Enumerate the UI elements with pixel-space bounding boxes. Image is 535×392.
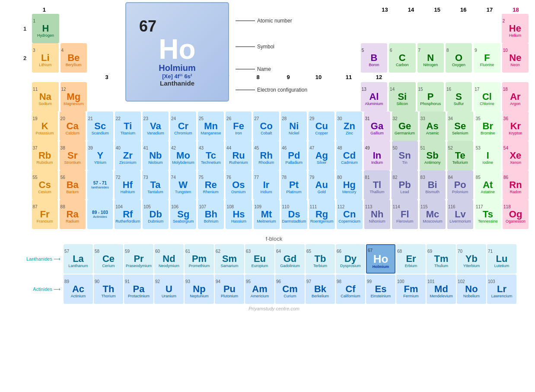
element-N[interactable]: 7 N Nitrogen (417, 43, 444, 73)
element-Cn[interactable]: 112 Cn Copernicium (337, 200, 363, 229)
element-Pu[interactable]: 94 Pu Plutonium (215, 274, 244, 304)
element-Y[interactable]: 39 Y Yttrium (87, 141, 113, 170)
element-Rb[interactable]: 37 Rb Rubidium (32, 141, 58, 170)
element-S[interactable]: 16 S Sulfur (446, 82, 472, 112)
element-Sb[interactable]: 51 Sb Antimony (420, 141, 446, 170)
element-Fl[interactable]: 114 Fl Flerovium (392, 200, 418, 229)
element-Rg[interactable]: 111 Rg Roentgenium (309, 200, 335, 229)
element-Yb[interactable]: 70 Yb Ytterbium (457, 244, 486, 274)
actinide-placeholder[interactable]: 89 - 103 Actinides (87, 200, 113, 229)
element-Pd[interactable]: 46 Pd Palladium (281, 141, 307, 170)
element-Hg[interactable]: 80 Hg Mercury (336, 170, 362, 200)
element-Pa[interactable]: 91 Pa Protactinium (124, 274, 153, 304)
element-Po[interactable]: 84 Po Polonium (447, 170, 473, 200)
element-Rf[interactable]: 104 Rf Rutherfordium (115, 200, 141, 229)
element-Na[interactable]: 11 Na Sodium (32, 82, 58, 112)
element-B[interactable]: 5 B Boron (361, 43, 387, 73)
element-Ca[interactable]: 20 Ca Calcium (60, 112, 86, 141)
element-Pb[interactable]: 82 Pb Lead (392, 170, 417, 200)
element-Ir[interactable]: 77 Ir Iridium (253, 170, 279, 200)
element-Am[interactable]: 95 Am Americium (245, 274, 274, 304)
element-Ti[interactable]: 22 Ti Titanium (115, 112, 141, 141)
element-No[interactable]: 102 No Nobelium (457, 274, 486, 304)
element-Sc[interactable]: 21 Sc Scandium (87, 112, 113, 141)
element-Tb[interactable]: 65 Tb Terbium (306, 244, 335, 274)
element-Cd[interactable]: 48 Cd Cadmium (336, 141, 362, 170)
element-Pm[interactable]: 61 Pm Promethium (185, 244, 214, 274)
element-Be[interactable]: 4 Be Beryllium (61, 43, 87, 73)
element-Ta[interactable]: 73 Ta Tantalum (142, 170, 168, 200)
element-Cs[interactable]: 55 Cs Cesium (32, 170, 58, 200)
element-Tm[interactable]: 69 Tm Thulium (427, 244, 456, 274)
element-Md[interactable]: 101 Md Mendelevium (427, 274, 456, 304)
element-Au[interactable]: 79 Au Gold (309, 170, 334, 200)
element-U[interactable]: 92 U Uranium (154, 274, 184, 304)
element-V[interactable]: 23 Va Vanadium (143, 112, 169, 141)
element-Li[interactable]: 3 Li Lithium (32, 43, 58, 73)
element-Cm[interactable]: 96 Cm Curium (275, 274, 305, 304)
element-Ds[interactable]: 110 Ds Darmstadtium (281, 200, 307, 229)
element-Xe[interactable]: 54 Xe Xenon (503, 141, 529, 170)
element-Es[interactable]: 99 Es Einsteinium (366, 274, 395, 304)
element-Sn[interactable]: 50 Sn Tin (392, 141, 418, 170)
element-Te[interactable]: 52 Te Tellurium (447, 141, 473, 170)
element-Re[interactable]: 75 Re Rhenium (198, 170, 224, 200)
element-Cf[interactable]: 98 Cf Californium (336, 274, 365, 304)
element-Mg[interactable]: 12 Mg Magnesium (61, 82, 87, 112)
element-Sr[interactable]: 38 Sr Strontium (60, 141, 86, 170)
element-Sm[interactable]: 62 Sm Samarium (215, 244, 244, 274)
element-Os[interactable]: 76 Os Osmium (226, 170, 252, 200)
element-Ac[interactable]: 89 Ac Actinium (64, 274, 93, 304)
element-Nh[interactable]: 113 Nh Nihonium (364, 200, 390, 229)
element-Fr[interactable]: 87 Fr Francium (32, 200, 58, 229)
element-Bi[interactable]: 83 Bi Bismuth (420, 170, 446, 200)
element-Al[interactable]: 13 Al Aluminium (361, 82, 387, 112)
element-I[interactable]: 53 I Iodine (475, 141, 501, 170)
element-Cr[interactable]: 24 Cr Chromium (170, 112, 196, 141)
element-Hs[interactable]: 108 Hs Hassium (226, 200, 252, 229)
element-P[interactable]: 15 P Phosphorus (417, 82, 444, 112)
element-Rh[interactable]: 45 Rh Rhodium (253, 141, 279, 170)
element-Gd[interactable]: 64 Gd Gadolinium (275, 244, 305, 274)
element-Ho-fblock[interactable]: 67 Ho Holmium (366, 244, 395, 274)
element-Fe[interactable]: 26 Fe Iron (226, 112, 252, 141)
element-As[interactable]: 33 As Arsenic (420, 112, 446, 141)
element-W[interactable]: 74 W Tungsten (170, 170, 196, 200)
element-F[interactable]: 9 F Fluorine (474, 43, 500, 73)
element-Lu[interactable]: 71 Lu Lutetium (487, 244, 516, 274)
element-Ts[interactable]: 117 Ts Tennessine (475, 200, 501, 229)
element-Tc[interactable]: 43 Tc Technetium (198, 141, 224, 170)
element-Eu[interactable]: 63 Eu Europium (245, 244, 274, 274)
element-Lv[interactable]: 116 Lv Livermorium (447, 200, 473, 229)
element-Mt[interactable]: 109 Mt Meitnerium (254, 200, 280, 229)
element-Rn[interactable]: 86 Rn Radon (503, 170, 529, 200)
element-Zn[interactable]: 30 Zn Zinc (336, 112, 362, 141)
element-Db[interactable]: 105 Db Dubnium (143, 200, 169, 229)
element-Dy[interactable]: 66 Dy Dysprosium (336, 244, 365, 274)
element-Ga[interactable]: 31 Ga Gallium (364, 112, 390, 141)
element-Se[interactable]: 34 Se Selenium (447, 112, 473, 141)
element-Ag[interactable]: 47 Ag Silver (309, 141, 334, 170)
element-Pr[interactable]: 59 Pr Praseodymium (124, 244, 153, 274)
element-Hf[interactable]: 72 Hf Hafnium (115, 170, 140, 200)
element-Ra[interactable]: 88 Ra Radium (60, 200, 86, 229)
element-Fm[interactable]: 100 Fm Fermium (396, 274, 426, 304)
element-Bh[interactable]: 107 Bh Bohrium (198, 200, 224, 229)
element-Ne[interactable]: 10 Ne Neon (502, 43, 529, 73)
element-Er[interactable]: 68 Er Erbium (396, 244, 426, 274)
element-Mc[interactable]: 115 Mc Moscovium (420, 200, 446, 229)
element-Nb[interactable]: 41 Nb Niobium (143, 141, 169, 170)
element-Tl[interactable]: 81 Tl Thallium (364, 170, 390, 200)
element-La[interactable]: 57 La Lanthanum (64, 244, 93, 274)
element-K[interactable]: 19 K Potassium (32, 112, 58, 141)
element-At[interactable]: 85 At Astatine (475, 170, 501, 200)
element-Ba[interactable]: 56 Ba Barium (60, 170, 86, 200)
element-Ru[interactable]: 44 Ru Ruthenium (226, 141, 252, 170)
element-Cl[interactable]: 17 Cl Chlorine (474, 82, 500, 112)
element-He[interactable]: 2 He Helium (502, 14, 529, 43)
element-In[interactable]: 49 In Indium (364, 141, 390, 170)
element-C[interactable]: 6 C Carbon (389, 43, 415, 73)
element-Og[interactable]: 118 Og Oganesson (503, 200, 529, 229)
element-Mn[interactable]: 25 Mn Manganese (198, 112, 224, 141)
element-Co[interactable]: 27 Co Cobalt (253, 112, 279, 141)
